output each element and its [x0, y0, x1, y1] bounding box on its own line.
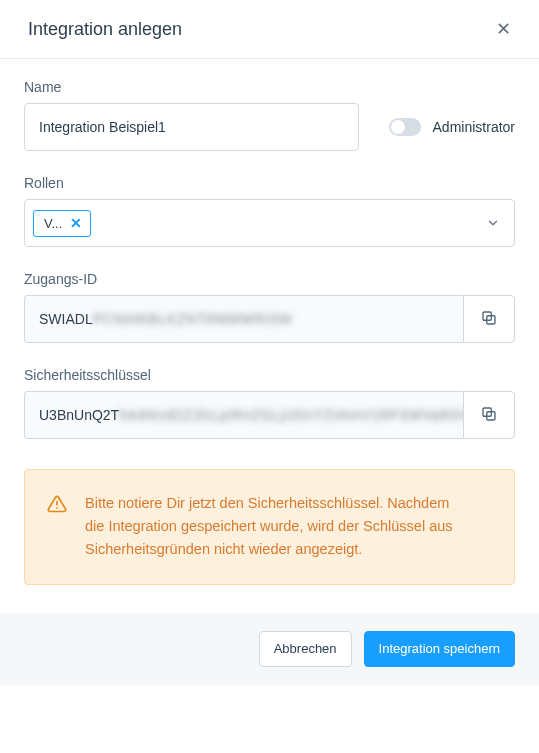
role-tag-remove[interactable]: ✕ [70, 216, 82, 230]
access-id-field: Zugangs-ID SWIADLPCNIHKBLKZNTRMMWRISW [24, 271, 515, 343]
modal-header: Integration anlegen ✕ [0, 0, 539, 59]
admin-toggle-group: Administrator [389, 118, 515, 136]
admin-toggle-label: Administrator [433, 119, 515, 135]
roles-select[interactable]: V... ✕ [24, 199, 515, 247]
secret-key-prefix: U3BnUnQ2T [39, 407, 119, 423]
secret-key-value: U3BnUnQ2ThA4NUd2Z2lcLpIRnZGLjUDnYZnhmV1R… [24, 391, 463, 439]
access-id-value: SWIADLPCNIHKBLKZNTRMMWRISW [24, 295, 463, 343]
close-icon: ✕ [70, 215, 82, 231]
secret-key-field: Sicherheitsschlüssel U3BnUnQ2ThA4NUd2Z2l… [24, 367, 515, 439]
cancel-button[interactable]: Abbrechen [259, 631, 352, 667]
chevron-down-icon [486, 216, 500, 230]
roles-field: Rollen V... ✕ [24, 175, 515, 247]
access-id-row: SWIADLPCNIHKBLKZNTRMMWRISW [24, 295, 515, 343]
access-id-label: Zugangs-ID [24, 271, 515, 287]
close-button[interactable]: ✕ [492, 16, 515, 42]
name-input[interactable] [24, 103, 359, 151]
modal-title: Integration anlegen [28, 19, 182, 40]
modal: Integration anlegen ✕ Name Administrator… [0, 0, 539, 685]
name-row: Administrator [24, 103, 515, 151]
role-tag-label: V... [44, 216, 62, 231]
secret-key-row: U3BnUnQ2ThA4NUd2Z2lcLpIRnZGLjUDnYZnhmV1R… [24, 391, 515, 439]
copy-secret-key-button[interactable] [463, 391, 515, 439]
save-button[interactable]: Integration speichern [364, 631, 515, 667]
access-id-masked: PCNIHKBLKZNTRMMWRISW [93, 311, 293, 327]
admin-toggle[interactable] [389, 118, 421, 136]
secret-key-masked: hA4NUd2Z2lcLpIRnZGLjUDnYZnhmV1RFSWVaR0VM… [119, 407, 463, 423]
modal-footer: Abbrechen Integration speichern [0, 613, 539, 685]
access-id-prefix: SWIADL [39, 311, 93, 327]
secret-key-label: Sicherheitsschlüssel [24, 367, 515, 383]
name-label: Name [24, 79, 515, 95]
copy-icon [480, 405, 498, 426]
name-field: Name Administrator [24, 79, 515, 151]
copy-icon [480, 309, 498, 330]
copy-access-id-button[interactable] [463, 295, 515, 343]
warning-alert: Bitte notiere Dir jetzt den Sicherheitss… [24, 469, 515, 585]
close-icon: ✕ [496, 19, 511, 39]
modal-body: Name Administrator Rollen V... ✕ [0, 59, 539, 613]
warning-icon [47, 494, 67, 562]
role-tag: V... ✕ [33, 210, 91, 237]
roles-label: Rollen [24, 175, 515, 191]
warning-text: Bitte notiere Dir jetzt den Sicherheitss… [85, 492, 492, 562]
